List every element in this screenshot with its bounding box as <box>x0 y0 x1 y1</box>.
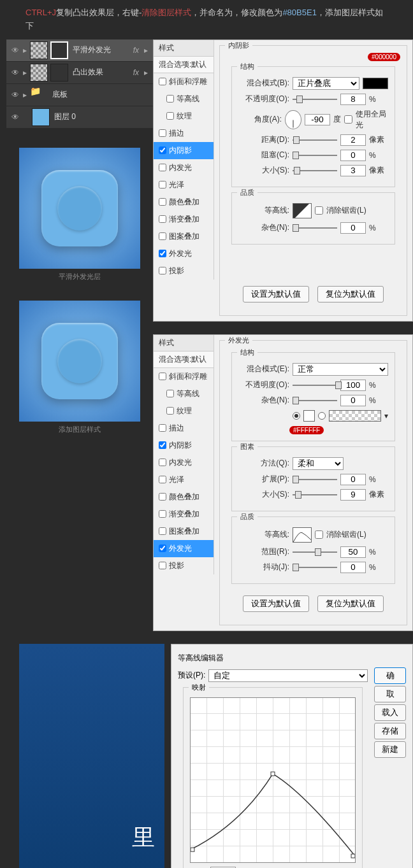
visibility-icon[interactable]: 👁 <box>10 113 21 122</box>
style-gradient-overlay[interactable]: 渐变叠加 <box>154 506 214 523</box>
jitter-input[interactable] <box>340 562 366 573</box>
style-texture[interactable]: 纹理 <box>154 402 214 420</box>
style-inner-glow[interactable]: 内发光 <box>154 454 214 471</box>
structure-group: 结构 混合模式(E): 正常 不透明度(O): % 杂色(N): % <box>231 352 395 441</box>
style-inner-glow[interactable]: 内发光 <box>154 159 214 176</box>
layer-row[interactable]: 👁 ▸ 凸出效果 fx ▸ <box>6 62 153 84</box>
visibility-icon[interactable]: 👁 <box>10 46 21 55</box>
global-light-checkbox[interactable] <box>344 115 352 124</box>
style-color-overlay[interactable]: 颜色叠加 <box>154 194 214 211</box>
color-badge: #FFFFFF <box>289 426 324 434</box>
blend-options[interactable]: 混合选项:默认 <box>154 352 214 368</box>
quality-group: 品质 等高线: 消除锯齿(L) 杂色(N): % <box>231 192 395 245</box>
layer-mask <box>50 41 68 59</box>
size-input[interactable] <box>340 489 366 501</box>
preview-label: 平滑外发光层 <box>19 272 140 281</box>
contour-picker[interactable] <box>293 203 312 218</box>
style-inner-shadow[interactable]: 内阴影 <box>154 142 214 159</box>
style-pattern-overlay[interactable]: 图案叠加 <box>154 523 214 540</box>
spread-input[interactable] <box>340 474 366 485</box>
style-color-overlay[interactable]: 颜色叠加 <box>154 488 214 506</box>
style-contour[interactable]: 等高线 <box>154 385 214 402</box>
color-badge: #000000 <box>368 53 400 61</box>
angle-input[interactable] <box>305 114 330 125</box>
cancel-button[interactable]: 取 <box>374 686 406 702</box>
folder-icon: 📁 <box>30 86 48 104</box>
style-contour[interactable]: 等高线 <box>154 90 214 108</box>
style-inner-shadow[interactable]: 内阴影 <box>154 437 214 454</box>
opacity-slider[interactable] <box>293 94 337 104</box>
style-drop-shadow[interactable]: 投影 <box>154 557 214 574</box>
new-button[interactable]: 新建 <box>374 741 406 758</box>
style-gradient-overlay[interactable]: 渐变叠加 <box>154 211 214 228</box>
angle-dial[interactable] <box>285 110 301 129</box>
svg-rect-0 <box>191 848 194 851</box>
quality-group: 品质 等高线: 消除锯齿(L) 范围(R): % 抖动(J): <box>231 516 395 584</box>
style-stroke[interactable]: 描边 <box>154 420 214 437</box>
blend-mode-select[interactable]: 正片叠底 <box>293 77 359 90</box>
color-swatch[interactable] <box>363 78 388 89</box>
contour-picker[interactable] <box>293 527 312 543</box>
opacity-input[interactable] <box>340 94 366 105</box>
load-button[interactable]: 载入 <box>374 704 406 721</box>
layer-thumbnail <box>32 108 50 126</box>
outer-glow-group: 外发光 结构 混合模式(E): 正常 不透明度(O): % 杂色(N): <box>219 340 407 625</box>
instruction-text: CTRL+J复制凸出效果层，右键-清除图层样式，并命名为，修改颜色为#80B5E… <box>0 0 413 39</box>
structure-group: 结构 混合模式(B): 正片叠底 不透明度(O): % 角度(A): 度 <box>231 66 395 187</box>
save-button[interactable]: 存储 <box>374 723 406 739</box>
preset-select[interactable]: 自定 <box>208 669 368 682</box>
gradient-radio[interactable] <box>318 412 326 420</box>
choke-input[interactable] <box>340 150 366 161</box>
styles-list: 样式 混合选项:默认 斜面和浮雕 等高线 纹理 描边 内阴影 内发光 光泽 颜色… <box>154 335 214 574</box>
opacity-slider[interactable] <box>293 380 337 390</box>
style-satin[interactable]: 光泽 <box>154 176 214 194</box>
visibility-icon[interactable]: 👁 <box>10 68 21 77</box>
set-default-button[interactable]: 设置为默认值 <box>243 286 309 302</box>
blend-mode-select[interactable]: 正常 <box>293 363 388 376</box>
noise-slider[interactable] <box>293 395 337 406</box>
curve-editor[interactable] <box>190 697 356 863</box>
range-input[interactable] <box>340 546 366 558</box>
reset-default-button[interactable]: 复位为默认值 <box>317 595 384 612</box>
style-bevel[interactable]: 斜面和浮雕 <box>154 368 214 385</box>
layers-panel: 👁 ▸ 平滑外发光 fx ▸ 👁 ▸ 凸出效果 fx ▸ 👁 ▸ 📁 底板 👁 … <box>6 39 153 129</box>
glow-color-swatch[interactable] <box>303 410 315 422</box>
style-texture[interactable]: 纹理 <box>154 108 214 125</box>
distance-slider[interactable] <box>293 135 337 145</box>
ok-button[interactable]: 确 <box>374 667 406 684</box>
gradient-picker[interactable] <box>329 410 381 422</box>
noise-input[interactable] <box>340 395 366 406</box>
distance-input[interactable] <box>340 134 366 146</box>
size-slider[interactable] <box>293 166 337 176</box>
style-outer-glow[interactable]: 外发光 <box>154 540 214 557</box>
color-radio[interactable] <box>293 412 300 420</box>
dialog-title: 等高线编辑器 <box>178 651 406 665</box>
noise-input[interactable] <box>340 222 366 234</box>
range-slider[interactable] <box>293 547 337 557</box>
style-pattern-overlay[interactable]: 图案叠加 <box>154 228 214 245</box>
style-outer-glow[interactable]: 外发光 <box>154 245 214 262</box>
set-default-button[interactable]: 设置为默认值 <box>243 595 309 612</box>
antialias-checkbox[interactable] <box>315 530 323 539</box>
size-input[interactable] <box>340 165 366 176</box>
layer-row[interactable]: 👁 ▸ 📁 底板 <box>6 84 153 106</box>
noise-slider[interactable] <box>293 223 337 233</box>
spread-slider[interactable] <box>293 474 337 485</box>
choke-slider[interactable] <box>293 150 337 160</box>
jitter-slider[interactable] <box>293 562 337 573</box>
size-slider[interactable] <box>293 490 337 500</box>
style-bevel[interactable]: 斜面和浮雕 <box>154 73 214 90</box>
antialias-checkbox[interactable] <box>315 206 323 215</box>
blend-options[interactable]: 混合选项:默认 <box>154 57 214 73</box>
reset-default-button[interactable]: 复位为默认值 <box>317 286 384 302</box>
style-stroke[interactable]: 描边 <box>154 125 214 142</box>
technique-select[interactable]: 柔和 <box>293 457 344 470</box>
layer-row[interactable]: 👁 图层 0 <box>6 106 153 129</box>
style-satin[interactable]: 光泽 <box>154 471 214 488</box>
opacity-input[interactable] <box>340 380 366 391</box>
visibility-icon[interactable]: 👁 <box>10 90 21 99</box>
styles-list: 样式 混合选项:默认 斜面和浮雕 等高线 纹理 描边 内阴影 内发光 光泽 颜色… <box>154 40 214 280</box>
style-drop-shadow[interactable]: 投影 <box>154 262 214 280</box>
mapping-group: 映射 输入: % 输出: % <box>183 687 363 868</box>
layer-row[interactable]: 👁 ▸ 平滑外发光 fx ▸ <box>6 39 153 62</box>
